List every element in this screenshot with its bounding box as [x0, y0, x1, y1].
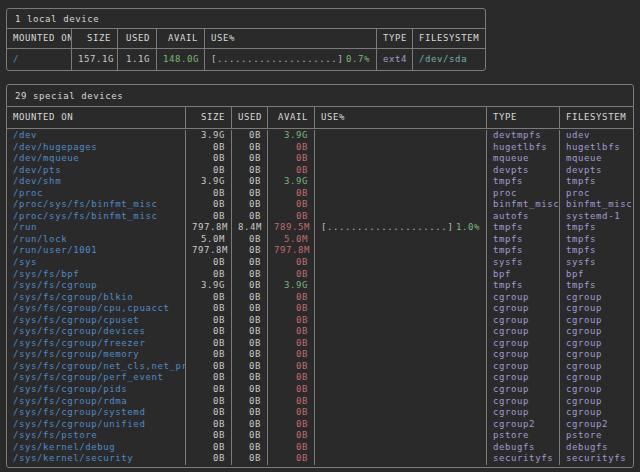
mount-point-cell: /proc/sys/fs/binfmt_misc	[7, 199, 186, 211]
type-cell: proc	[487, 188, 560, 200]
size-cell: 0B	[186, 442, 232, 454]
type-cell: cgroup	[487, 349, 560, 361]
filesystem-cell: bpf	[560, 269, 633, 281]
mount-point-cell: /sys/fs/cgroup/cpuset	[7, 315, 186, 327]
local-devices-rows: /157.1G1.1G148.0G[....................]0…	[7, 49, 485, 70]
used-cell: 0B	[232, 303, 268, 315]
use-percent-cell	[315, 280, 487, 292]
mount-point-cell: /sys/fs/cgroup/pids	[7, 384, 186, 396]
col-header-used: USED	[232, 107, 268, 128]
avail-cell: 0B	[268, 165, 315, 177]
table-row: /run797.8M8.4M789.5M[...................…	[7, 222, 633, 234]
local-devices-table: 1 local device MOUNTED ONSIZEUSEDAVAILUS…	[6, 8, 486, 71]
usage-percent: 0.7%	[346, 49, 370, 70]
mount-point-cell: /sys	[7, 257, 186, 269]
mount-point-cell: /sys/fs/cgroup/rdma	[7, 396, 186, 408]
used-cell: 0B	[232, 419, 268, 431]
filesystem-cell: cgroup	[560, 361, 633, 373]
use-percent-cell	[315, 165, 487, 177]
size-cell: 0B	[186, 199, 232, 211]
local-devices-table-title: 1 local device	[7, 9, 485, 29]
avail-cell: 0B	[268, 326, 315, 338]
avail-cell: 0B	[268, 142, 315, 154]
avail-cell: 0B	[268, 349, 315, 361]
used-cell: 0B	[232, 153, 268, 165]
type-cell: cgroup	[487, 384, 560, 396]
used-cell: 0B	[232, 430, 268, 442]
table-row: /dev/shm3.9G0B3.9Gtmpfstmpfs	[7, 176, 633, 188]
type-cell: mqueue	[487, 153, 560, 165]
used-cell: 0B	[232, 315, 268, 327]
table-row: /sys/fs/cgroup/net_cls,net_prio0B0B0Bcgr…	[7, 361, 633, 373]
table-row: /sys/fs/cgroup/unified0B0B0Bcgroup2cgrou…	[7, 419, 633, 431]
type-cell: cgroup	[487, 326, 560, 338]
mount-point-cell: /run/user/1001	[7, 245, 186, 257]
table-row: /sys/fs/cgroup/rdma0B0B0Bcgroupcgroup	[7, 396, 633, 408]
table-row: /sys/fs/cgroup/blkio0B0B0Bcgroupcgroup	[7, 292, 633, 304]
usage-bar: [....................]	[321, 222, 453, 234]
avail-cell: 0B	[268, 257, 315, 269]
avail-cell: 0B	[268, 269, 315, 281]
type-cell: tmpfs	[487, 222, 560, 234]
table-row: /sys/fs/cgroup/perf_event0B0B0Bcgroupcgr…	[7, 372, 633, 384]
avail-cell: 3.9G	[268, 280, 315, 292]
mount-point-cell: /sys/kernel/security	[7, 453, 186, 465]
col-header-size: SIZE	[72, 29, 118, 48]
type-cell: debugfs	[487, 442, 560, 454]
col-header-filesystem: FILESYSTEM	[413, 29, 485, 48]
used-cell: 0B	[232, 211, 268, 223]
filesystem-cell: securityfs	[560, 453, 633, 465]
use-percent-cell	[315, 396, 487, 408]
filesystem-cell: tmpfs	[560, 245, 633, 257]
table-row: /sys/kernel/debug0B0B0Bdebugfsdebugfs	[7, 442, 633, 454]
type-cell: cgroup	[487, 338, 560, 350]
filesystem-cell: udev	[560, 130, 633, 142]
use-percent-cell	[315, 142, 487, 154]
usage-percent: 1.0%	[456, 222, 480, 234]
use-percent-cell	[315, 153, 487, 165]
filesystem-cell: tmpfs	[560, 176, 633, 188]
table-row: /sys/fs/cgroup/cpuset0B0B0Bcgroupcgroup	[7, 315, 633, 327]
size-cell: 0B	[186, 165, 232, 177]
mount-point-cell: /dev/shm	[7, 176, 186, 188]
filesystem-cell: tmpfs	[560, 234, 633, 246]
mount-point-cell: /sys/fs/cgroup/blkio	[7, 292, 186, 304]
use-percent-cell	[315, 419, 487, 431]
size-cell: 5.0M	[186, 234, 232, 246]
mount-point-cell: /proc	[7, 188, 186, 200]
used-cell: 8.4M	[232, 222, 268, 234]
table-row: /dev/mqueue0B0B0Bmqueuemqueue	[7, 153, 633, 165]
mount-point-cell: /sys/kernel/debug	[7, 442, 186, 454]
col-header-filesystem: FILESYSTEM	[560, 107, 633, 128]
filesystem-cell: cgroup	[560, 384, 633, 396]
table-row: /157.1G1.1G148.0G[....................]0…	[7, 49, 485, 70]
filesystem-cell: systemd-1	[560, 211, 633, 223]
special-devices-table-title: 29 special devices	[7, 85, 633, 107]
type-cell: ext4	[377, 49, 413, 70]
use-percent-cell	[315, 407, 487, 419]
filesystem-cell: cgroup	[560, 326, 633, 338]
avail-cell: 797.8M	[268, 245, 315, 257]
table-row: /sys/fs/cgroup/memory0B0B0Bcgroupcgroup	[7, 349, 633, 361]
filesystem-cell: cgroup	[560, 338, 633, 350]
filesystem-cell: cgroup	[560, 315, 633, 327]
size-cell: 0B	[186, 407, 232, 419]
table-row: /sys/fs/cgroup/devices0B0B0Bcgroupcgroup	[7, 326, 633, 338]
size-cell: 0B	[186, 326, 232, 338]
avail-cell: 0B	[268, 453, 315, 465]
col-header-used: USED	[118, 29, 157, 48]
used-cell: 0B	[232, 176, 268, 188]
mount-point-cell: /sys/fs/cgroup/unified	[7, 419, 186, 431]
type-cell: tmpfs	[487, 280, 560, 292]
filesystem-cell: cgroup	[560, 303, 633, 315]
col-header-avail: AVAIL	[268, 107, 315, 128]
use-percent-cell	[315, 245, 487, 257]
mount-point-cell: /sys/fs/bpf	[7, 269, 186, 281]
type-cell: cgroup	[487, 303, 560, 315]
table-row: /run/user/1001797.8M0B797.8Mtmpfstmpfs	[7, 245, 633, 257]
size-cell: 0B	[186, 303, 232, 315]
filesystem-cell: tmpfs	[560, 222, 633, 234]
table-row: /proc/sys/fs/binfmt_misc0B0B0Bbinfmt_mis…	[7, 199, 633, 211]
avail-cell: 0B	[268, 292, 315, 304]
special-devices-rows: /dev3.9G0B3.9Gdevtmpfsudev/dev/hugepages…	[7, 129, 633, 467]
